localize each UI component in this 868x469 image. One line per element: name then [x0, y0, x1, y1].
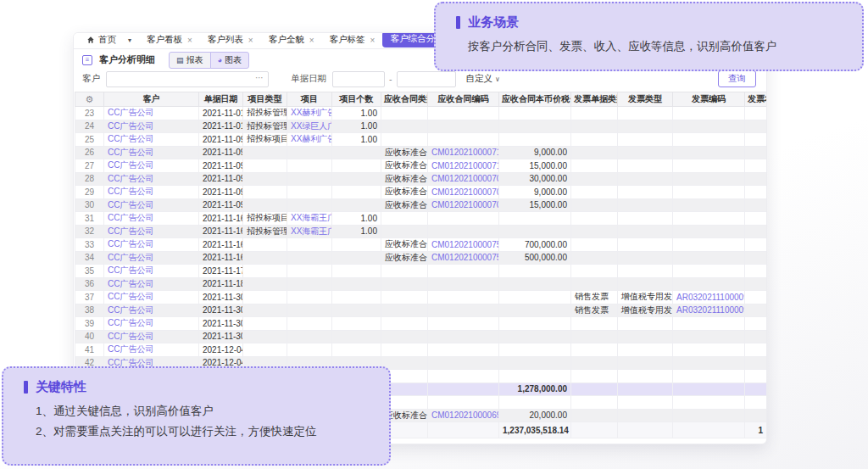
feature-line: 2、对需要重点关注的可以可以进行关注，方便快速定位	[36, 422, 369, 442]
customer-cell-link[interactable]: CC广告公司	[108, 239, 153, 248]
table-row: 31CC广告公司2021-11-16招投标项目...XX海霸王广告项目1.00	[75, 212, 767, 226]
total-empty-cell	[618, 422, 673, 438]
view-toggle-report[interactable]: ▤报表	[169, 52, 211, 69]
ar-contract-type-cell	[381, 107, 428, 120]
customer-input[interactable]	[106, 71, 269, 87]
customer-cell-link[interactable]: CC广告公司	[108, 253, 153, 262]
row-number: 30	[75, 198, 104, 212]
invoice-doc-type-cell	[571, 330, 618, 343]
chevron-down-icon[interactable]: ▾	[128, 36, 131, 44]
row-number: 40	[75, 330, 104, 343]
project-cell-link[interactable]: XX海霸王广告项目	[291, 213, 332, 222]
table-row: 41CC广告公司2021-12-04	[75, 343, 767, 357]
customer-cell-link[interactable]: CC广告公司	[108, 174, 153, 183]
customer-cell-link[interactable]: CC广告公司	[108, 213, 153, 222]
row-number: 33	[75, 238, 104, 252]
column-header[interactable]: 应收合同类型	[381, 92, 428, 107]
invoice-amount-cell	[745, 343, 767, 357]
ar-contract-code-cell-link[interactable]: CM012021000075	[431, 253, 499, 262]
ar-contract-code-cell-link[interactable]: CM012021000070	[431, 200, 499, 209]
tab-2[interactable]: 客户列表×	[200, 32, 261, 48]
custom-filter-dropdown[interactable]: 自定义 ∨	[466, 73, 500, 85]
ar-contract-code-cell-link[interactable]: CM012021000071	[431, 161, 499, 170]
ar-contract-code-cell-link[interactable]: CM012021000070	[431, 187, 499, 197]
ar-contract-type-cell	[381, 225, 428, 238]
customer-cell: CC广告公司	[104, 212, 199, 226]
column-header[interactable]: 项目个数	[332, 92, 381, 107]
column-header[interactable]: 客户	[104, 92, 199, 107]
tab-0[interactable]: 首页▾	[79, 32, 139, 48]
more-icon[interactable]: ⋯	[255, 73, 264, 82]
column-header[interactable]: 项目	[287, 92, 332, 107]
customer-cell-link[interactable]: CC广告公司	[108, 318, 153, 327]
gear-icon[interactable]: ⚙	[75, 92, 104, 107]
tab-3[interactable]: 客户全貌×	[261, 32, 322, 48]
project-type-cell	[243, 330, 287, 343]
invoice-type-cell	[618, 146, 673, 159]
column-header[interactable]: 应收合同本币价税合计	[499, 92, 571, 107]
column-header[interactable]: 单据日期	[199, 92, 243, 107]
close-icon[interactable]: ×	[370, 36, 376, 45]
table-row: 39CC广告公司2021-11-30	[75, 317, 767, 331]
project-cell-link[interactable]: XX海霸王广告项目	[291, 226, 332, 236]
customer-cell-link[interactable]: CC广告公司	[108, 292, 153, 301]
customer-cell-link[interactable]: CC广告公司	[108, 265, 153, 275]
invoice-amount-cell	[745, 317, 767, 331]
invoice-code-cell-link[interactable]: AR0320211100009	[676, 293, 745, 302]
tab-1[interactable]: 客户看板×	[139, 32, 200, 48]
customer-cell: CC广告公司	[104, 251, 199, 265]
ar-amount-cell: 500,000.00	[499, 251, 571, 265]
customer-cell-link[interactable]: CC广告公司	[108, 148, 153, 157]
invoice-code-cell	[673, 172, 745, 186]
ar-contract-code-cell-link[interactable]: CM012021000075	[431, 240, 499, 249]
close-icon[interactable]: ×	[248, 36, 253, 45]
customer-cell-link[interactable]: CC广告公司	[108, 332, 153, 341]
customer-cell-link[interactable]: CC广告公司	[108, 305, 153, 315]
ar-contract-code-cell-link[interactable]: CM012021000069	[431, 410, 499, 420]
customer-cell-link[interactable]: CC广告公司	[108, 344, 153, 354]
close-icon[interactable]: ×	[187, 36, 192, 45]
qty-cell	[332, 277, 381, 291]
invoice-code-cell	[673, 186, 745, 199]
customer-cell-link[interactable]: CC广告公司	[108, 279, 153, 288]
row-number: 28	[75, 172, 104, 186]
column-header[interactable]: 发票类型	[618, 92, 673, 107]
ar-contract-code-cell-link[interactable]: CM012021000071	[431, 148, 499, 157]
date-to-input[interactable]	[397, 71, 456, 87]
customer-cell-link[interactable]: CC广告公司	[108, 160, 153, 170]
customer-cell-link[interactable]: CC广告公司	[108, 187, 153, 196]
column-header[interactable]: 发票单据类型	[571, 92, 618, 107]
customer-cell: CC广告公司	[104, 172, 199, 186]
customer-cell-link[interactable]: CC广告公司	[108, 121, 153, 131]
customer-cell-link[interactable]: CC广告公司	[108, 226, 153, 236]
project-cell-link[interactable]: XX绿巨人广告项目	[291, 121, 332, 131]
invoice-type-cell	[618, 198, 673, 212]
view-toggle-chart[interactable]: ◕图表	[210, 52, 249, 69]
customer-cell-link[interactable]: CC广告公司	[108, 134, 153, 143]
customer-cell-link[interactable]: CC广告公司	[108, 108, 153, 117]
project-type-cell	[243, 291, 287, 304]
invoice-code-cell-link[interactable]: AR0320211100009	[676, 305, 745, 315]
query-button[interactable]: 查询	[718, 70, 756, 87]
column-header[interactable]: 发票本币价税合计	[745, 92, 767, 107]
customer-cell-link[interactable]: CC广告公司	[108, 200, 153, 209]
project-cell-link[interactable]: XX赫利广告项目	[291, 108, 332, 117]
qty-cell	[332, 265, 381, 278]
invoice-amount-cell	[745, 146, 767, 159]
view-toggle-label: 图表	[225, 54, 242, 66]
ar-contract-code-cell-link[interactable]: CM012021000070	[431, 174, 499, 183]
ar-contract-type-cell	[381, 317, 428, 331]
invoice-type-cell	[618, 265, 673, 278]
invoice-code-cell	[673, 146, 745, 159]
column-header[interactable]: 发票编码	[673, 92, 745, 107]
column-header[interactable]: 应收合同编码	[428, 92, 499, 107]
date-cell: 2021-11-01	[199, 120, 243, 133]
invoice-code-cell	[673, 382, 745, 396]
close-icon[interactable]: ×	[309, 36, 314, 45]
tab-4[interactable]: 客户标签×	[322, 32, 383, 48]
project-cell-link[interactable]: XX赫利广告项目	[291, 134, 332, 143]
date-from-input[interactable]	[332, 71, 385, 87]
ar-contract-code-cell	[428, 120, 499, 133]
invoice-code-cell	[673, 159, 745, 173]
column-header[interactable]: 项目类型	[243, 92, 287, 107]
